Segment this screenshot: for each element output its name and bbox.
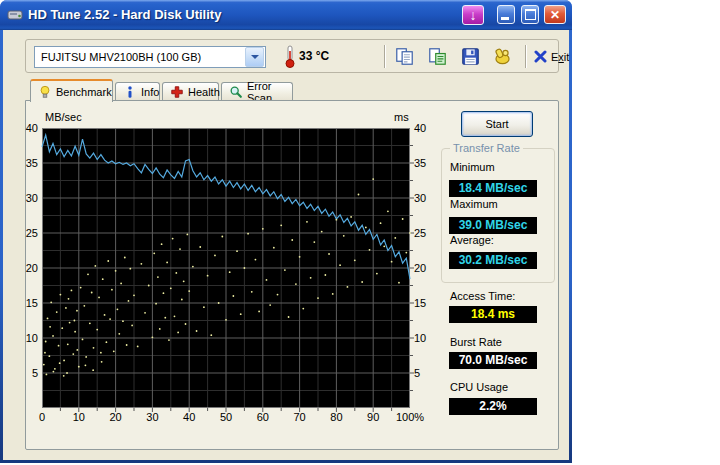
access-time-scatter — [106, 341, 108, 343]
start-button[interactable]: Start — [461, 111, 533, 137]
access-time-scatter — [258, 311, 260, 313]
x-axis-tick: 90 — [355, 411, 391, 423]
toolbar-separator — [384, 45, 386, 68]
access-time-scatter — [328, 253, 330, 255]
access-time-scatter — [277, 294, 279, 296]
toolbar: FUJITSU MHV2100BH (100 GB) 33 °C — [25, 39, 559, 73]
access-time-scatter — [73, 320, 75, 322]
drive-select-combobox[interactable]: FUJITSU MHV2100BH (100 GB) — [34, 46, 266, 68]
tab-error-scan[interactable]: Error Scan — [221, 82, 293, 101]
access-time-scatter — [365, 227, 367, 229]
toolbar-separator — [525, 45, 527, 68]
access-time-scatter — [280, 224, 282, 226]
access-time-scatter — [343, 235, 345, 237]
drive-select-value: FUJITSU MHV2100BH (100 GB) — [35, 51, 244, 63]
tab-health[interactable]: Health — [162, 82, 219, 101]
download-arrow-icon: ↓ — [470, 7, 477, 23]
access-time-scatter — [177, 332, 179, 334]
access-time-scatter — [60, 294, 62, 296]
access-time-scatter — [118, 333, 120, 335]
access-time-scatter — [332, 293, 334, 295]
access-time-scatter — [299, 256, 301, 258]
access-time-scatter — [63, 375, 65, 377]
exit-x-icon — [534, 50, 547, 63]
x-axis-tick: 60 — [245, 411, 281, 423]
tab-health-label: Health — [188, 86, 220, 98]
exit-button[interactable]: Exit — [534, 46, 569, 67]
access-time-scatter — [44, 352, 46, 354]
access-time-scatter — [83, 305, 85, 307]
access-time-scatter — [214, 255, 216, 257]
access-time-scatter — [72, 353, 74, 355]
access-time-scatter — [52, 335, 54, 337]
access-time-scatter — [94, 265, 96, 267]
screenshot-stage: HD Tune 2.52 - Hard Disk Utility ↓ ✕ FUJ… — [0, 0, 720, 465]
access-time-scatter — [170, 287, 172, 289]
access-time-scatter — [181, 299, 183, 301]
y-axis-tick-right: 30 — [414, 192, 442, 204]
health-cross-icon — [170, 85, 184, 99]
y-axis-tick-left: 35 — [10, 157, 38, 169]
access-time-scatter — [92, 369, 94, 371]
access-time-scatter — [380, 222, 382, 224]
save-screenshot-button[interactable] — [458, 44, 483, 69]
exit-button-label: Exit — [551, 51, 569, 63]
access-time-scatter — [405, 252, 407, 254]
combo-dropdown-button[interactable] — [245, 47, 264, 67]
close-button[interactable]: ✕ — [544, 5, 566, 24]
access-time-scatter — [144, 312, 146, 314]
access-time-scatter — [98, 297, 100, 299]
access-time-scatter — [66, 372, 68, 374]
donate-button[interactable] — [490, 44, 515, 69]
access-time-scatter — [140, 263, 142, 265]
access-time-scatter — [153, 252, 155, 254]
access-time-scatter — [111, 289, 113, 291]
minimize-button[interactable] — [497, 5, 515, 24]
average-value: 30.2 MB/sec — [449, 252, 537, 269]
access-time-scatter — [255, 259, 257, 261]
access-time-scatter — [155, 303, 157, 305]
access-time-scatter — [358, 194, 360, 196]
access-time-scatter — [186, 234, 188, 236]
access-time-scatter — [131, 325, 133, 327]
temperature-readout: 33 °C — [299, 49, 329, 63]
access-time-scatter — [218, 302, 220, 304]
access-time-scatter — [126, 344, 128, 346]
access-time-scatter — [168, 339, 170, 341]
update-download-button[interactable]: ↓ — [462, 5, 484, 25]
access-time-scatter — [336, 219, 338, 221]
burst-rate-label: Burst Rate — [450, 336, 502, 348]
access-time-scatter — [82, 339, 84, 341]
tab-benchmark[interactable]: Benchmark — [30, 79, 113, 102]
access-time-scatter — [398, 282, 400, 284]
access-time-scatter — [109, 318, 111, 320]
access-time-scatter — [269, 304, 271, 306]
copy-screenshot-button[interactable] — [392, 44, 417, 69]
minimum-value: 18.4 MB/sec — [449, 180, 537, 197]
tab-info[interactable]: Info — [115, 82, 160, 101]
access-time-scatter — [163, 292, 165, 294]
access-time-scatter — [387, 210, 389, 212]
maximum-label: Maximum — [450, 198, 498, 210]
maximize-icon — [525, 9, 536, 20]
app-icon — [7, 7, 23, 23]
access-time-scatter — [58, 345, 60, 347]
access-time-scatter — [69, 322, 71, 324]
maximize-button[interactable] — [521, 5, 539, 24]
access-time-scatter — [65, 307, 67, 309]
tab-info-label: Info — [141, 86, 159, 98]
copy-icon — [395, 47, 414, 66]
access-time-scatter — [128, 300, 130, 302]
access-time-scatter — [273, 247, 275, 249]
y-axis-tick-left: 15 — [10, 297, 38, 309]
y-axis-tick-right: 25 — [414, 227, 442, 239]
hand-coin-icon — [493, 47, 512, 66]
access-time-scatter — [117, 308, 119, 310]
x-axis-tick: 70 — [282, 411, 318, 423]
access-time-scatter — [236, 250, 238, 252]
access-time-scatter — [76, 349, 78, 351]
copy-text-button[interactable] — [425, 44, 450, 69]
access-time-scatter — [183, 280, 185, 282]
access-time-scatter — [284, 269, 286, 271]
access-time-scatter — [45, 341, 47, 343]
